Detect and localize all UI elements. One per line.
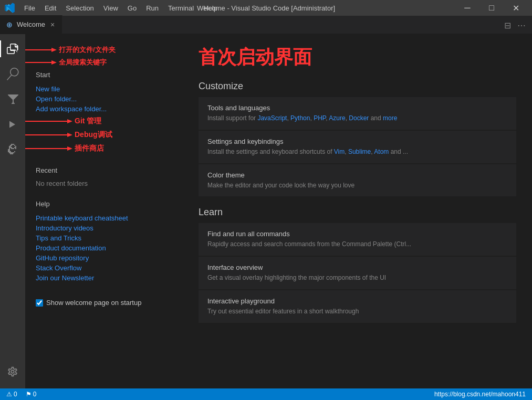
warnings-status[interactable]: ⚑ 0 bbox=[24, 391, 39, 398]
svg-marker-3 bbox=[51, 60, 57, 65]
more-link[interactable]: more bbox=[383, 114, 397, 122]
color-theme-title: Color theme bbox=[207, 171, 507, 179]
vscode-logo-icon bbox=[4, 2, 16, 14]
color-theme-desc: Make the editor and your code look the w… bbox=[207, 181, 507, 190]
settings-keybindings-title: Settings and keybindings bbox=[207, 138, 507, 145]
interactive-playground-title: Interactive playground bbox=[207, 297, 507, 305]
activity-bar bbox=[0, 34, 25, 388]
menu-edit[interactable]: Edit bbox=[40, 2, 60, 14]
close-button[interactable]: ✕ bbox=[504, 0, 528, 16]
javascript-link[interactable]: JavaScript bbox=[257, 114, 287, 122]
activity-bar-bottom bbox=[0, 359, 25, 388]
atom-link[interactable]: Atom bbox=[374, 148, 389, 155]
minimize-button[interactable]: ─ bbox=[455, 0, 479, 16]
annotation-open-file: 打开的文件/文件夹 bbox=[25, 45, 172, 55]
welcome-page: 打开的文件/文件夹 全局搜索关键字 Start New file Open fo… bbox=[25, 34, 532, 388]
docker-link[interactable]: Docker bbox=[349, 114, 369, 122]
svg-marker-7 bbox=[67, 133, 72, 137]
menu-file[interactable]: File bbox=[20, 2, 39, 14]
menu-selection[interactable]: Selection bbox=[61, 2, 98, 14]
welcome-tab[interactable]: ⊕ Welcome × bbox=[0, 15, 62, 34]
tips-tricks-link[interactable]: Tips and Tricks bbox=[36, 233, 172, 243]
interface-overview-title: Interface overview bbox=[207, 264, 507, 271]
window-controls: ─ □ ✕ bbox=[455, 0, 528, 16]
vim-link[interactable]: Vim bbox=[334, 148, 345, 155]
activity-run[interactable] bbox=[0, 112, 25, 137]
split-editor-button[interactable]: ⊟ bbox=[502, 19, 513, 31]
warning-icon: ⚑ bbox=[26, 391, 32, 398]
newsletter-link[interactable]: Join our Newsletter bbox=[36, 273, 172, 283]
annotation-debug: Debug调试 bbox=[25, 130, 172, 140]
settings-keybindings-desc: Install the settings and keyboard shortc… bbox=[207, 148, 507, 156]
help-section-title: Help bbox=[36, 200, 172, 208]
more-actions-button[interactable]: ⋯ bbox=[515, 19, 528, 31]
tools-languages-desc: Install support for JavaScript, Python, … bbox=[207, 114, 507, 123]
warning-count: 0 bbox=[33, 391, 37, 398]
tab-icon: ⊕ bbox=[6, 20, 13, 29]
activity-settings[interactable] bbox=[0, 359, 25, 384]
window-title: Welcome - Visual Studio Code [Administra… bbox=[197, 4, 335, 12]
open-folder-link[interactable]: Open folder... bbox=[36, 94, 172, 104]
menu-terminal[interactable]: Terminal bbox=[164, 2, 198, 14]
new-file-link[interactable]: New file bbox=[36, 84, 172, 94]
welcome-right-panel: 首次启动界面 Customize Tools and languages Ins… bbox=[183, 34, 532, 388]
sublime-link[interactable]: Sublime bbox=[348, 148, 371, 155]
startup-checkbox-label[interactable]: Show welcome page on startup bbox=[36, 299, 172, 307]
activity-explorer[interactable] bbox=[0, 36, 25, 61]
interactive-playground-card[interactable]: Interactive playground Try out essential… bbox=[199, 290, 516, 323]
title-bar: File Edit Selection View Go Run Terminal… bbox=[0, 0, 532, 16]
no-recent-text: No recent folders bbox=[36, 180, 172, 187]
tools-languages-card[interactable]: Tools and languages Install support for … bbox=[199, 97, 516, 130]
interface-overview-desc: Get a visual overlay highlighting the ma… bbox=[207, 273, 507, 282]
help-section: Help Printable keyboard cheatsheet Intro… bbox=[36, 200, 172, 283]
startup-checkbox-input[interactable] bbox=[36, 299, 43, 307]
start-section-title: Start bbox=[36, 71, 172, 79]
menu-go[interactable]: Go bbox=[123, 2, 141, 14]
interface-overview-card[interactable]: Interface overview Get a visual overlay … bbox=[199, 257, 516, 289]
chinese-title: 首次启动界面 bbox=[199, 45, 516, 70]
php-link[interactable]: PHP bbox=[314, 114, 326, 122]
tab-label: Welcome bbox=[17, 20, 45, 28]
product-docs-link[interactable]: Product documentation bbox=[36, 243, 172, 253]
interactive-playground-desc: Try out essential editor features in a s… bbox=[207, 307, 507, 316]
menu-run[interactable]: Run bbox=[142, 2, 163, 14]
azure-link[interactable]: Azure bbox=[329, 114, 345, 122]
add-workspace-link[interactable]: Add workspace folder... bbox=[36, 104, 172, 114]
annotation-git: Git 管理 bbox=[25, 116, 172, 127]
activity-search[interactable] bbox=[0, 61, 25, 87]
tab-bar: ⊕ Welcome × ⊟ ⋯ bbox=[0, 16, 532, 34]
color-theme-card[interactable]: Color theme Make the editor and your cod… bbox=[199, 164, 516, 197]
find-commands-title: Find and run all commands bbox=[207, 230, 507, 238]
tab-close-button[interactable]: × bbox=[49, 19, 56, 30]
svg-marker-1 bbox=[51, 48, 57, 52]
find-commands-desc: Rapidly access and search commands from … bbox=[207, 240, 507, 249]
stack-overflow-link[interactable]: Stack Overflow bbox=[36, 263, 172, 273]
annotation-plugin: 插件商店 bbox=[25, 143, 172, 154]
activity-source-control[interactable] bbox=[0, 87, 25, 112]
maximize-button[interactable]: □ bbox=[479, 0, 504, 16]
errors-status[interactable]: ⚠ 0 bbox=[4, 391, 19, 398]
menu-bar: File Edit Selection View Go Run Terminal… bbox=[20, 2, 222, 14]
keyboard-cheatsheet-link[interactable]: Printable keyboard cheatsheet bbox=[36, 213, 172, 223]
title-bar-left: File Edit Selection View Go Run Terminal… bbox=[4, 2, 222, 14]
python-link[interactable]: Python bbox=[290, 114, 310, 122]
error-count: 0 bbox=[14, 391, 17, 398]
status-bar-left: ⚠ 0 ⚑ 0 bbox=[4, 391, 38, 398]
intro-videos-link[interactable]: Introductory videos bbox=[36, 223, 172, 233]
status-bar: ⚠ 0 ⚑ 0 https://blog.csdn.net/mahoon411 bbox=[0, 388, 532, 400]
blog-url: https://blog.csdn.net/mahoon411 bbox=[432, 391, 528, 398]
github-repo-link[interactable]: GitHub repository bbox=[36, 253, 172, 263]
find-commands-card[interactable]: Find and run all commands Rapidly access… bbox=[199, 223, 516, 256]
learn-title: Learn bbox=[199, 207, 516, 218]
settings-keybindings-card[interactable]: Settings and keybindings Install the set… bbox=[199, 131, 516, 163]
activity-extensions[interactable] bbox=[0, 137, 25, 162]
menu-view[interactable]: View bbox=[99, 2, 122, 14]
svg-marker-9 bbox=[67, 146, 72, 151]
recent-section-title: Recent bbox=[36, 166, 172, 174]
error-icon: ⚠ bbox=[6, 391, 12, 398]
tab-bar-actions: ⊟ ⋯ bbox=[502, 19, 532, 34]
main-layout: 打开的文件/文件夹 全局搜索关键字 Start New file Open fo… bbox=[0, 34, 532, 388]
svg-marker-5 bbox=[67, 119, 72, 123]
startup-checkbox-text: Show welcome page on startup bbox=[46, 299, 141, 307]
welcome-wrapper: 打开的文件/文件夹 全局搜索关键字 Start New file Open fo… bbox=[25, 34, 532, 388]
